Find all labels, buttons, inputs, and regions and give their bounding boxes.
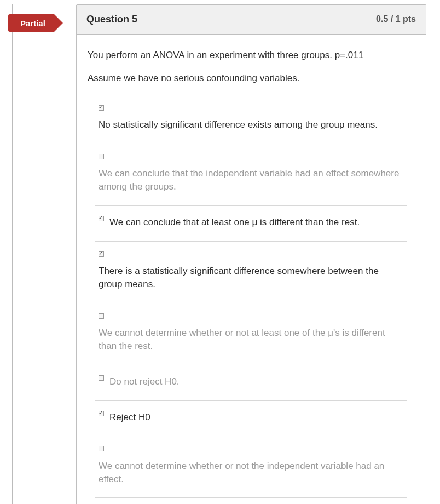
answer-text: Do not reject H0. [109, 376, 180, 387]
quiz-page: Partial Question 5 0.5 / 1 pts You perfo… [0, 0, 440, 504]
question-body: You perform an ANOVA in an experiment wi… [77, 35, 426, 504]
quiz-left-rule: Partial Question 5 0.5 / 1 pts You perfo… [12, 4, 440, 504]
question-title: Question 5 [86, 13, 137, 26]
answer-checkbox [99, 313, 104, 319]
answer-checkbox [99, 446, 104, 451]
answer-row: Do not reject H0. [95, 365, 407, 400]
question-box: Question 5 0.5 / 1 pts You perform an AN… [76, 4, 426, 504]
answer-checkbox [99, 411, 104, 416]
answer-checkbox [99, 375, 104, 381]
checkbox-row [99, 446, 404, 458]
answer-row: We can conclude that the independent var… [95, 144, 407, 205]
question-header: Question 5 0.5 / 1 pts [77, 5, 426, 35]
answer-checkbox [99, 154, 104, 159]
answer-row: There is a statistically significant dif… [95, 241, 407, 303]
checkbox-row [99, 251, 404, 264]
grade-badge: Partial [8, 14, 54, 32]
prompt-line-1: You perform an ANOVA in an experiment wi… [88, 49, 415, 62]
answer-checkbox [99, 216, 104, 221]
answer-checkbox [99, 251, 104, 257]
answer-row: Reject H0 [95, 400, 407, 436]
answer-text: We cannot determine whether or not at le… [99, 327, 404, 353]
checkbox-row [99, 105, 404, 117]
answer-checkbox [99, 105, 104, 111]
answer-text: We can conclude that at least one μ is d… [109, 217, 360, 227]
answer-text: Reject H0 [109, 412, 150, 422]
answer-row: We cannot determine whether or not at le… [95, 303, 407, 365]
answer-row: We cannot determine whether or not the i… [95, 436, 407, 498]
answer-row: We can conclude that at least one μ is d… [95, 205, 407, 241]
answer-text: There is a statistically significant dif… [99, 265, 404, 291]
grade-badge-label: Partial [20, 18, 45, 29]
answer-list: No statistically significant difference … [88, 95, 415, 499]
answer-text: We can conclude that the independent var… [99, 167, 404, 193]
answer-text: No statistically significant difference … [99, 118, 404, 131]
checkbox-row [99, 154, 404, 166]
answer-row: No statistically significant difference … [95, 95, 407, 144]
answer-text: We cannot determine whether or not the i… [99, 460, 404, 486]
checkbox-row [99, 313, 404, 325]
prompt-line-2: Assume we have no serious confounding va… [88, 72, 415, 85]
question-points: 0.5 / 1 pts [376, 13, 416, 25]
